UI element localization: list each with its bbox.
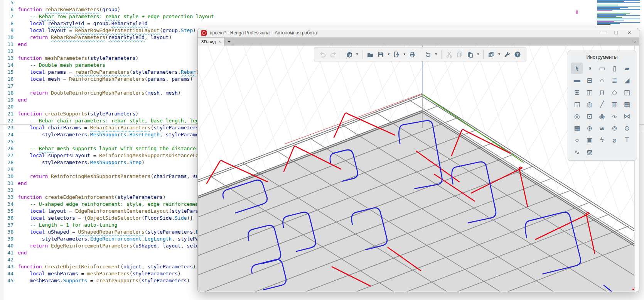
settings-wrench-icon[interactable] bbox=[502, 50, 512, 59]
export-dropdown-icon[interactable]: ▼ bbox=[403, 53, 406, 56]
sync-dropdown-icon[interactable]: ▼ bbox=[435, 53, 438, 56]
tool-pipe-accessory[interactable]: ⋈ bbox=[621, 110, 633, 122]
line-number: 31 bbox=[0, 180, 18, 187]
save-icon[interactable] bbox=[376, 50, 385, 59]
help-icon[interactable]: ? bbox=[513, 50, 522, 59]
paste-dropdown-icon[interactable]: ▼ bbox=[477, 53, 480, 56]
sync-icon[interactable] bbox=[423, 50, 433, 59]
line-number: 34 bbox=[0, 201, 18, 208]
view-tabbar: 3D-вид × + ▽ bbox=[198, 37, 639, 46]
tool-duct-accessory[interactable]: ⊚ bbox=[609, 122, 620, 134]
renga-logo-icon bbox=[201, 30, 207, 36]
line-number: 8 bbox=[0, 20, 18, 27]
line-number: 40 bbox=[0, 242, 18, 249]
line-number: 11 bbox=[0, 41, 18, 48]
tool-floor-opening[interactable]: ⊟ bbox=[584, 75, 595, 86]
save-dropdown-icon[interactable]: ▼ bbox=[387, 53, 390, 56]
tool-wall[interactable]: ▭ bbox=[596, 63, 608, 74]
toolbar-separator bbox=[441, 50, 442, 59]
line-number: 32 bbox=[0, 187, 18, 194]
code-line-7[interactable]: 7 -- Rebar row parameters: rebar style +… bbox=[0, 13, 644, 20]
export-icon[interactable] bbox=[392, 50, 401, 59]
line-number: 17 bbox=[0, 83, 18, 90]
tool-electric-socket[interactable]: ⊙ bbox=[621, 122, 633, 134]
tool-duct-fitting[interactable]: ≋ bbox=[596, 122, 608, 134]
tool-light-fixture[interactable]: ☼ bbox=[571, 134, 583, 146]
tool-assembly[interactable]: ▤ bbox=[621, 98, 633, 110]
tool-text[interactable]: T bbox=[621, 134, 633, 146]
3d-viewport[interactable]: ▼▼▼▼▼▼? Инструменты ◑▭▯▰▬⊟⌂≣◢⊞◫⊓◇◳◲◍╱▥▤◎… bbox=[198, 46, 639, 292]
window-titlebar[interactable]: проект* - Renga Professional - Автономна… bbox=[198, 28, 639, 37]
tool-beam[interactable]: ▰ bbox=[621, 63, 633, 74]
minimize-button[interactable]: — bbox=[597, 29, 610, 37]
line-number: 44 bbox=[0, 270, 18, 277]
line-number: 35 bbox=[0, 208, 18, 215]
view-cube-icon[interactable] bbox=[344, 50, 354, 59]
line-number: 10 bbox=[0, 34, 18, 41]
tool-dimension[interactable]: ⌀ bbox=[609, 134, 620, 146]
tool-sanitary-equipment[interactable]: ◎ bbox=[571, 110, 583, 122]
tool-niche[interactable]: ◲ bbox=[571, 98, 583, 110]
tool-wiring[interactable]: ϟ bbox=[596, 134, 608, 146]
editor-minimap[interactable] bbox=[597, 0, 642, 27]
line-number: 22 bbox=[0, 117, 18, 124]
code-line-8[interactable]: 8 local rebarStyleId = group.RebarStyleI… bbox=[0, 20, 644, 27]
tool-vent-grille[interactable]: ▦ bbox=[571, 122, 583, 134]
tool-element[interactable]: ◇ bbox=[609, 86, 620, 98]
line-number: 28 bbox=[0, 159, 18, 166]
line-number: 39 bbox=[0, 236, 18, 242]
tool-shaft[interactable]: ▥ bbox=[609, 98, 620, 110]
new-tab-button[interactable]: + bbox=[225, 38, 234, 46]
tool-appliance[interactable]: ⊡ bbox=[584, 110, 595, 122]
object-collections-icon[interactable] bbox=[487, 50, 496, 59]
tool-pipe-fitting[interactable]: ∿ bbox=[609, 110, 620, 122]
close-button[interactable]: ✕ bbox=[623, 29, 636, 37]
print-icon[interactable] bbox=[408, 50, 417, 59]
undo-icon bbox=[318, 50, 327, 59]
line-number: 37 bbox=[0, 222, 18, 229]
object-collections-dropdown-icon[interactable]: ▼ bbox=[498, 53, 501, 56]
tool-door[interactable]: ◫ bbox=[584, 86, 595, 98]
tool-window[interactable]: ⊞ bbox=[571, 86, 583, 98]
tool-column[interactable]: ▯ bbox=[609, 63, 620, 74]
line-number: 43 bbox=[0, 263, 18, 270]
code-line-6[interactable]: 6function rebarRowParameters(group) bbox=[0, 6, 644, 13]
tool-roof[interactable]: ⌂ bbox=[596, 75, 608, 86]
tool-electric-panel[interactable]: ▣ bbox=[584, 134, 595, 146]
toolbar-separator bbox=[341, 50, 341, 59]
tools-panel: Инструменты ◑▭▯▰▬⊟⌂≣◢⊞◫⊓◇◳◲◍╱▥▤◎⊡◉∿⋈▦⊛≋⊚… bbox=[568, 51, 636, 161]
tool-fan-group[interactable]: ⊛ bbox=[584, 122, 595, 134]
tab-3d-view[interactable]: 3D-вид × bbox=[198, 38, 225, 46]
line-number: 13 bbox=[0, 55, 18, 62]
tool-plumbing-fixture[interactable]: ◍ bbox=[584, 98, 595, 110]
paste-icon[interactable] bbox=[465, 50, 475, 59]
toolbar-separator bbox=[420, 50, 420, 59]
line-number: 23 bbox=[0, 124, 18, 131]
line-number: 45 bbox=[0, 277, 18, 284]
line-number: 29 bbox=[0, 166, 18, 173]
line-number: 25 bbox=[0, 138, 18, 145]
tool-axis-line[interactable]: ╱ bbox=[596, 98, 608, 110]
minimap-row bbox=[597, 24, 642, 25]
tab-close-icon[interactable]: × bbox=[219, 40, 221, 44]
open-folder-icon[interactable] bbox=[366, 50, 375, 59]
quick-access-toolbar: ▼▼▼▼▼▼? bbox=[314, 47, 526, 61]
code-text: function rebarRowParameters(group) bbox=[18, 6, 644, 13]
line-number: 5 bbox=[0, 0, 18, 6]
tool-select[interactable] bbox=[571, 63, 583, 74]
tool-pump-group[interactable]: ◉ bbox=[596, 110, 608, 122]
tool-hatch[interactable]: ▨ bbox=[584, 146, 595, 158]
view-cube-dropdown-icon[interactable]: ▼ bbox=[356, 53, 359, 56]
tool-model-object[interactable]: ◳ bbox=[621, 86, 633, 98]
tool-object-styles[interactable]: ◑ bbox=[584, 63, 595, 74]
maximize-button[interactable]: ☐ bbox=[610, 29, 623, 37]
tab-list-dropdown-icon[interactable]: ▽ bbox=[631, 38, 639, 46]
tool-ramp[interactable]: ◢ bbox=[621, 75, 633, 86]
tool-furniture[interactable]: ⊓ bbox=[596, 86, 608, 98]
line-number: 26 bbox=[0, 145, 18, 152]
tool-route[interactable]: ∿ bbox=[571, 146, 583, 158]
tool-floor[interactable]: ▬ bbox=[571, 75, 583, 86]
line-number: 36 bbox=[0, 215, 18, 222]
tool-stair[interactable]: ≣ bbox=[609, 75, 620, 86]
code-line-5[interactable]: 5 bbox=[0, 0, 644, 6]
